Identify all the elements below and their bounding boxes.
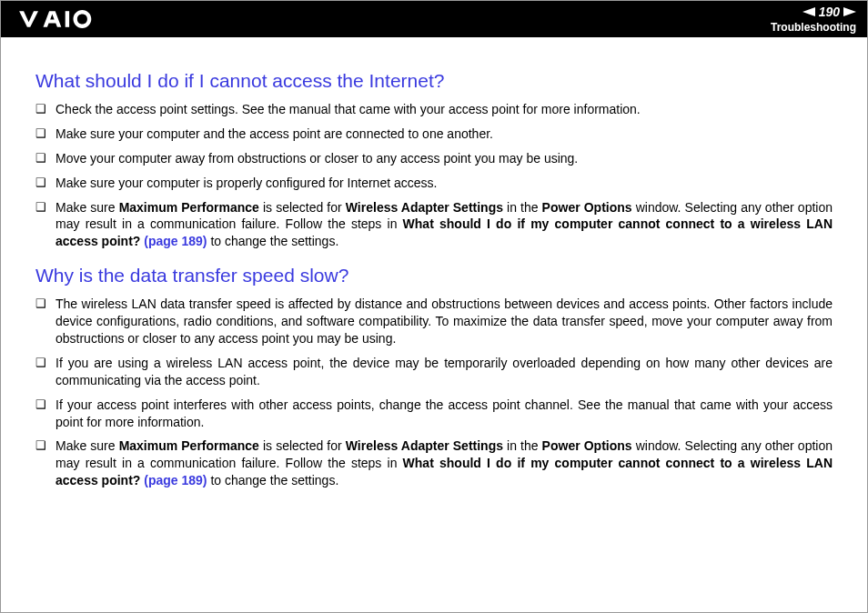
page-link[interactable]: (page 189) [140,234,207,248]
item-text: Make sure Maximum Performance is selecte… [56,437,833,489]
bullet-icon: ❑ [35,126,56,141]
list-item: ❑ Make sure Maximum Performance is selec… [35,199,833,251]
item-text: Move your computer away from obstruction… [56,150,833,167]
list-item: ❑The wireless LAN data transfer speed is… [35,296,833,347]
page-link[interactable]: (page 189) [140,473,207,487]
list-item: ❑If you are using a wireless LAN access … [35,355,833,389]
item-text: Make sure your computer and the access p… [56,126,833,143]
list-item: ❑Check the access point settings. See th… [35,101,833,118]
bullet-icon: ❑ [35,437,56,453]
list-item: ❑Make sure your computer is properly con… [35,175,833,192]
bullet-icon: ❑ [35,397,56,412]
bullet-icon: ❑ [35,175,56,190]
header-bar: 190 Troubleshooting [1,1,867,37]
list-item: ❑Make sure your computer and the access … [35,126,833,143]
page-navigation: 190 [802,5,856,19]
next-page-icon[interactable] [843,7,856,16]
heading-internet: What should I do if I cannot access the … [35,70,833,92]
list-item: ❑Move your computer away from obstructio… [35,150,833,167]
bullet-icon: ❑ [35,150,56,166]
list-speed: ❑The wireless LAN data transfer speed is… [35,296,833,489]
bullet-icon: ❑ [35,296,56,311]
prev-page-icon[interactable] [802,7,815,16]
item-text: If you are using a wireless LAN access p… [56,355,833,389]
item-text: The wireless LAN data transfer speed is … [56,296,833,347]
list-item: ❑If your access point interferes with ot… [35,397,833,431]
heading-speed: Why is the data transfer speed slow? [35,265,833,286]
bullet-icon: ❑ [35,101,56,116]
section-label: Troubleshooting [771,21,856,34]
vaio-logo [17,9,99,29]
content-area: What should I do if I cannot access the … [1,37,867,489]
list-item: ❑ Make sure Maximum Performance is selec… [35,437,833,489]
page-number: 190 [819,5,840,19]
item-text: Check the access point settings. See the… [56,101,833,118]
item-text: Make sure Maximum Performance is selecte… [56,199,833,251]
svg-rect-0 [66,11,69,27]
list-internet: ❑Check the access point settings. See th… [35,101,833,250]
item-text: If your access point interferes with oth… [56,397,833,431]
bullet-icon: ❑ [35,355,56,370]
bullet-icon: ❑ [35,199,56,215]
item-text: Make sure your computer is properly conf… [56,175,833,192]
